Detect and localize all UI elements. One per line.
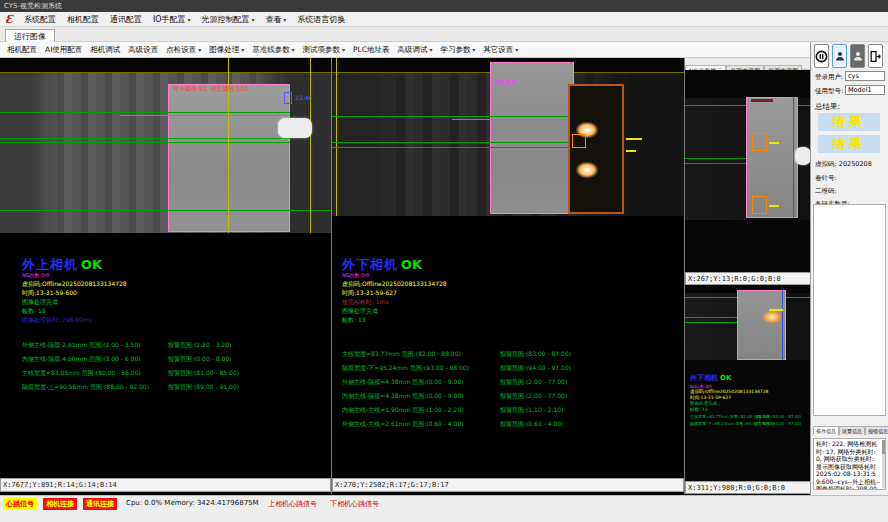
- model-label: 使用型号:: [815, 87, 843, 96]
- tab-operation-info[interactable]: 操作信息: [813, 426, 839, 435]
- toolbar-other-settings[interactable]: 其它设置: [483, 45, 518, 55]
- measurement-row: 内侧主线-隔膜:4.60mm 范围:(3.00 - 6.00)报警范围:(0.0…: [22, 355, 149, 369]
- toolbar-camera-config[interactable]: 相机配置: [7, 45, 37, 55]
- toolbar-plc-address-table[interactable]: PLC地址表: [353, 45, 389, 55]
- user-manage-button[interactable]: [850, 44, 865, 68]
- log-scrollbar[interactable]: [882, 440, 885, 488]
- toolbar-ai-usage-config[interactable]: AI使用配置: [45, 45, 82, 55]
- center-measurement-list: 主线宽度=83.77mm 范围:(82.00 - 88.00)报警范围:(83.…: [342, 350, 469, 434]
- left-camera-ok-status: OK: [81, 257, 102, 272]
- measurement-text: 主线宽度=83.77mm 范围:(82.00 - 88.00): [342, 350, 461, 357]
- left-time: 时间:13-31-59-600: [22, 289, 77, 298]
- measurement-text: 内侧主线-主线=1.90mm 范围:(1.00 - 2.20): [342, 406, 464, 413]
- left-pixel-coordinates: X:7677;Y:891;R:14;G:14;B:14: [0, 478, 331, 492]
- green-measure-line: [332, 147, 574, 148]
- blue-reference-line: [793, 97, 794, 218]
- right-camera-view-2[interactable]: 外下相机OK NG次数:0/0 虚拟码:Offline2025020813313…: [685, 285, 811, 481]
- baseline-yellow-line: [0, 72, 331, 73]
- toolbar-test-item-params[interactable]: 测试项参数: [303, 45, 345, 55]
- right-camera-view-1[interactable]: [685, 70, 811, 272]
- app-logo-icon: Ɛ: [5, 13, 13, 26]
- menu-item-system-config[interactable]: 系统配置: [24, 14, 56, 25]
- measurement-row: 主线宽度=83.77mm 范围:(82.00 - 88.00)报警范围:(83.…: [342, 350, 469, 364]
- comm-connection-badge: 通讯连接: [83, 498, 117, 510]
- heartbeat-status-badge: 心跳信号: [3, 498, 37, 510]
- user-login-button[interactable]: [832, 44, 847, 68]
- toolbar-learning-params[interactable]: 学习参数: [440, 45, 475, 55]
- pause-button[interactable]: [814, 44, 829, 68]
- menu-item-view[interactable]: 查看: [265, 14, 286, 25]
- toolbar-advanced-settings[interactable]: 高级设置: [128, 45, 158, 55]
- toolbar: 相机配置 AI使用配置 相机调试 高级设置 点检设置 图像处理 基准线参数 测试…: [0, 42, 810, 58]
- toolbar-image-processing[interactable]: 图像处理: [209, 45, 244, 55]
- left-camera-name: 外上相机: [22, 257, 78, 272]
- virtual-code-field: 虚拟码: 20250208: [815, 160, 872, 169]
- toolbar-advanced-debug[interactable]: 高级调试: [397, 45, 432, 55]
- mini-camera-result-title: 外下相机OK: [690, 373, 731, 383]
- toolbar-camera-debug[interactable]: 相机调试: [90, 45, 120, 55]
- measurement-row: 主线宽度=83.05mm 范围:(80.00 - 86.00)报警范围:(81.…: [22, 369, 149, 383]
- menu-item-light-control-config[interactable]: 光源控制配置: [202, 14, 255, 25]
- measurement-warn-range: 报警范围:(2.00 - 77.00): [500, 392, 567, 401]
- measurement-warn-range: 报警范围:(83.00 - 87.00): [754, 414, 801, 419]
- right-view1-pixel-coordinates: X:267;Y:13;R:0;G:0;B:0: [685, 272, 811, 285]
- tab-error-info[interactable]: 报错信息: [865, 426, 888, 435]
- status-bar: 心跳信号 相机连接 通讯连接 Cpu: 0.0% Memory: 3424.41…: [0, 495, 888, 522]
- result-box-top: 结果: [818, 113, 880, 131]
- green-measure-line: [120, 115, 290, 116]
- measurement-text: 内侧主线-隔膜:4.60mm 范围:(3.00 - 6.00): [22, 355, 141, 362]
- left-camera-image[interactable]: 23.46 对齐阈值:93, 动态阈值:100: [0, 58, 331, 233]
- lower-camera-heartbeat: 下相机心跳信号: [330, 499, 379, 509]
- toolbar-spot-check-settings[interactable]: 点检设置: [166, 45, 201, 55]
- login-user-field[interactable]: [845, 71, 885, 81]
- mini-process-status: 图像处理完成: [690, 401, 717, 406]
- left-measurement-list: 外侧主线-隔膜:2.91mm 范围:(2.00 - 3.50)报警范围:(2.2…: [22, 341, 149, 397]
- result-list-box[interactable]: [813, 204, 886, 416]
- mini-camera-ok-status: OK: [720, 374, 731, 382]
- yellow-reference-line: [336, 58, 337, 216]
- measurement-row: 主线宽度=83.77mm 范围:(82.00 - 88.00)报警范围:(83.…: [690, 414, 775, 421]
- measurement-warn-range: 报警范围:(83.00 - 87.00): [500, 350, 571, 359]
- green-measure-line: [0, 142, 290, 143]
- right-view-tabstrip: NG画面显示外观内视图检测内视图: [685, 58, 811, 70]
- toolbar-baseline-params[interactable]: 基准线参数: [252, 45, 294, 55]
- log-scrollbar-thumb[interactable]: [882, 440, 885, 454]
- mini-time: 时间:13-31-59-627: [690, 395, 731, 400]
- cell-region-box: [737, 290, 786, 360]
- measurement-row: 隔膜宽度-下=95.24mm 范围:(93.00 - 98.00)报警范围:(9…: [690, 421, 775, 428]
- measurement-warn-range: 报警范围:(94.00 - 97.00): [754, 421, 801, 426]
- measurement-warn-range: 报警范围:(1.10 - 2.10): [500, 406, 563, 415]
- window-titlebar: CYS-视觉检测系统: [0, 0, 888, 12]
- measurement-row: 内侧主线-隔膜=4.38mm 范围:(0.00 - 9.00)报警范围:(2.0…: [342, 392, 469, 406]
- total-result-label: 总结果:: [815, 102, 840, 112]
- measurement-warn-range: 报警范围:(0.00 - 8.00): [168, 355, 231, 364]
- right-view2-pixel-coordinates: X:311;Y:980;R:0;G:0;B:0: [685, 481, 811, 494]
- log-tabstrip: 操作信息设置信息报错信息: [813, 426, 888, 435]
- upper-camera-heartbeat: 上相机心跳信号: [268, 499, 317, 509]
- center-pixel-coordinates: X:270;Y:2502;R:17;G:17;B:17: [332, 478, 684, 492]
- menu-item-io-hand-config[interactable]: IO手配置: [153, 14, 191, 25]
- operation-log-text[interactable]: 耗时: 222, 网络检测耗时: 17, 网络分类耗时: 0, 网络获取分类耗时…: [813, 438, 886, 490]
- menu-item-camera-config[interactable]: 相机配置: [67, 14, 99, 25]
- red-marker: [751, 99, 773, 102]
- exit-door-icon: [869, 50, 882, 63]
- measurement-row: 隔膜宽度-上=90.56mm 范围:(88.00 - 92.00)报警范围:(8…: [22, 383, 149, 397]
- center-camera-image[interactable]: AI检测框: [332, 58, 684, 216]
- cpu-memory-status: Cpu: 0.0% Memory: 3424.41796875M: [126, 499, 259, 507]
- menu-item-language-switch[interactable]: 系统语言切换: [297, 14, 345, 25]
- threshold-overlay-label: 对齐阈值:93, 动态阈值:100: [173, 85, 248, 94]
- menu-item-comm-config[interactable]: 通讯配置: [110, 14, 142, 25]
- mini-camera-name: 外下相机: [690, 374, 718, 382]
- green-measure-line: [685, 163, 747, 164]
- model-field[interactable]: [845, 85, 885, 95]
- mini-barcode: 虚拟码:Offline20250208133134728: [690, 389, 768, 394]
- green-measure-line: [685, 317, 738, 318]
- center-barcode: 虚拟码:Offline20250208133134728: [342, 280, 447, 289]
- measurement-row: 外侧主线-隔膜=4.38mm 范围:(0.00 - 9.00)报警范围:(2.0…: [342, 378, 469, 392]
- measurement-warn-range: 报警范围:(81.00 - 85.00): [168, 369, 239, 378]
- tab-settings-info[interactable]: 设置信息: [839, 426, 865, 435]
- menu-bar: Ɛ 系统配置 相机配置 通讯配置 IO手配置 光源控制配置 查看 系统语言切换: [0, 12, 888, 27]
- login-user-label: 登录用户:: [815, 73, 843, 82]
- exit-button[interactable]: [868, 44, 883, 68]
- panel-divider: [331, 58, 332, 494]
